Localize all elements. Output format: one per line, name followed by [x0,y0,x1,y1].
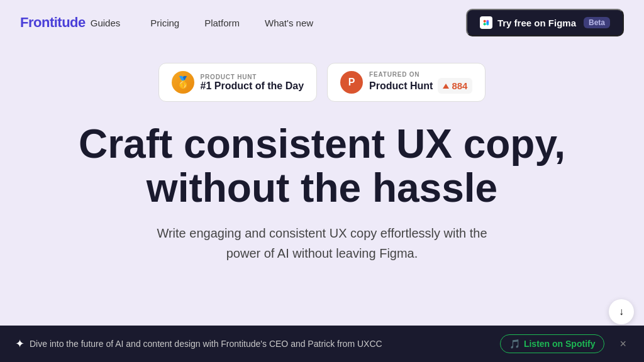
beta-badge: Beta [584,17,610,28]
product-of-day-text-group: PRODUCT HUNT #1 Product of the Day [201,74,304,92]
featured-on-eyebrow: FEATURED ON [369,71,472,78]
svg-point-4 [486,21,489,24]
nav-whats-new-link[interactable]: What's new [255,14,323,32]
product-hunt-p-icon: P [340,71,363,94]
badges-row: 🥇 PRODUCT HUNT #1 Product of the Day P F… [158,63,486,102]
svg-point-0 [484,20,486,23]
ph-vote-count: 884 [438,78,472,94]
hero-subtitle: Write engaging and consistent UX copy ef… [157,223,487,263]
product-of-day-label: #1 Product of the Day [201,80,304,92]
nav-pricing-link[interactable]: Pricing [140,14,189,32]
product-of-day-badge[interactable]: 🥇 PRODUCT HUNT #1 Product of the Day [158,63,317,102]
nav-platform-link[interactable]: Platform [194,14,250,32]
svg-point-1 [484,23,486,25]
spotify-label: Listen on Spotify [524,339,596,349]
upvote-triangle-icon [443,84,449,89]
hero-subtitle-line2: power of AI without leaving Figma. [226,246,418,260]
nav-links: Pricing Platform What's new [140,14,323,32]
sparkle-icon: ✦ [15,337,25,351]
hero-title: Craft consistent UX copy, without the ha… [79,122,565,211]
bottom-banner: ✦ Dive into the future of AI and content… [0,326,644,362]
product-hunt-eyebrow: PRODUCT HUNT [201,74,304,80]
product-hunt-medal-icon: 🥇 [172,71,194,94]
try-figma-button[interactable]: Try free on Figma Beta [466,9,624,36]
scroll-down-indicator[interactable]: ↓ [609,299,634,324]
featured-text-group: FEATURED ON Product Hunt 884 [369,71,472,94]
featured-ph-name: Product Hunt [369,80,433,92]
featured-ph-row: Product Hunt 884 [369,78,472,94]
hero-subtitle-line1: Write engaging and consistent UX copy ef… [157,226,487,240]
vote-number: 884 [452,80,467,91]
hero-title-line1: Craft consistent UX copy, [79,121,565,167]
banner-close-button[interactable]: × [617,337,629,351]
banner-text: Dive into the future of AI and content d… [30,339,495,349]
cta-label: Try free on Figma [497,18,576,28]
main-content: 🥇 PRODUCT HUNT #1 Product of the Day P F… [0,45,644,263]
spotify-icon: 🎵 [509,339,520,349]
scroll-down-icon: ↓ [619,306,624,317]
logo[interactable]: Frontitude [20,14,86,31]
featured-on-ph-badge[interactable]: P FEATURED ON Product Hunt 884 [327,63,486,102]
logo-text: Frontitude [20,14,86,31]
hero-title-line2: without the hassle [147,165,497,211]
listen-spotify-button[interactable]: 🎵 Listen on Spotify [500,334,605,353]
navigation: Frontitude Guides Pricing Platform What'… [0,0,644,45]
figma-icon [480,16,492,29]
nav-guides-link[interactable]: Guides [91,18,121,28]
